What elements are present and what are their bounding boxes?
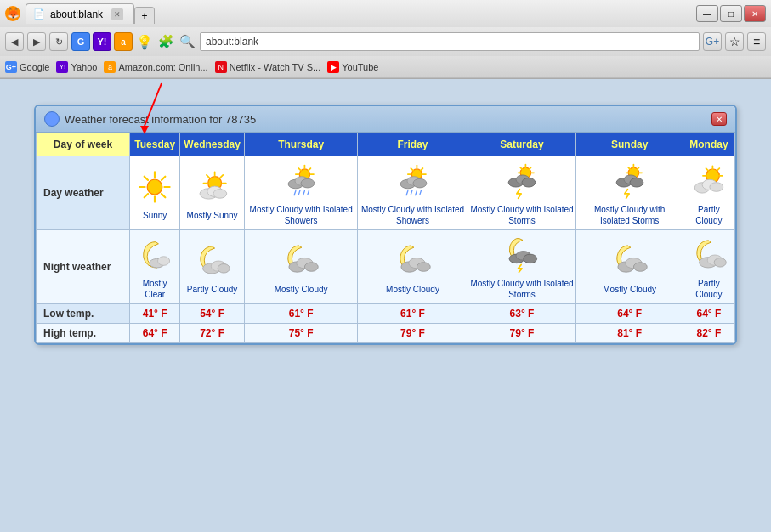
table-header-row: Day of week Tuesday Wednesday Thursday F…: [37, 133, 735, 156]
wednesday-night-cell: Partly Cloudy: [180, 230, 244, 304]
bookmark-yahoo[interactable]: Y! Yahoo: [56, 61, 97, 73]
day-weather-row: Day weather: [37, 156, 735, 230]
svg-point-82: [305, 262, 319, 271]
address-text: about:blank: [206, 36, 258, 48]
bookmark-amazon[interactable]: a Amazon.com: Onlin...: [104, 61, 207, 73]
thursday-day-cell: Mostly Cloudy with Isolated Showers: [244, 156, 358, 230]
thursday-header: Thursday: [244, 133, 358, 156]
reload-button[interactable]: ↻: [49, 32, 68, 51]
sunday-high: 81° F: [576, 324, 683, 343]
svg-line-44: [406, 190, 408, 195]
puzzle-icon[interactable]: 🧩: [156, 32, 175, 51]
address-bar[interactable]: about:blank: [200, 32, 700, 51]
sunday-header: Sunday: [576, 133, 683, 156]
svg-line-45: [411, 190, 412, 195]
sunday-low: 64° F: [576, 304, 683, 324]
netflix-bookmark-icon: N: [215, 61, 227, 73]
minimize-button[interactable]: —: [696, 5, 718, 22]
svg-line-40: [420, 168, 422, 171]
google-bookmark-icon: G+: [5, 61, 17, 73]
widget-title-text: Weather forecast information for 78735: [65, 113, 256, 126]
friday-night-cell: Mostly Cloudy: [358, 230, 468, 304]
title-bar: 🦊 📄 about:blank ✕ + — □ ✕: [0, 0, 771, 27]
weather-widget: Weather forecast information for 78735 ✕…: [34, 105, 737, 345]
widget-close-button[interactable]: ✕: [711, 112, 727, 126]
night-weather-row: Night weather Mostly Clear: [37, 230, 735, 304]
lightbulb-icon[interactable]: 💡: [135, 32, 154, 51]
bookmark-netflix[interactable]: N Netflix - Watch TV S...: [215, 61, 321, 73]
forward-button[interactable]: ▶: [27, 32, 46, 51]
account-button[interactable]: G+: [703, 32, 722, 51]
close-button[interactable]: ✕: [744, 5, 766, 22]
svg-line-33: [303, 190, 305, 195]
tab-label: about:blank: [50, 8, 103, 20]
svg-point-85: [417, 262, 430, 271]
friday-night-desc: Mostly Cloudy: [360, 284, 465, 295]
svg-line-8: [162, 193, 165, 196]
svg-point-30: [301, 178, 315, 188]
zoom-icon[interactable]: 🔍: [178, 32, 196, 51]
svg-point-88: [524, 254, 537, 263]
high-temp-label: High temp.: [37, 324, 130, 343]
svg-line-46: [415, 190, 417, 195]
svg-line-71: [717, 168, 720, 171]
thursday-day-desc: Mostly Cloudy with Isolated Showers: [247, 204, 356, 226]
high-temp-row: High temp. 64° F 72° F 75° F 79° F 79° F…: [37, 324, 735, 343]
svg-point-74: [710, 183, 723, 192]
sunday-night-desc: Mostly Cloudy: [578, 284, 680, 295]
weather-table: Day of week Tuesday Wednesday Thursday F…: [36, 133, 735, 343]
wednesday-night-icon-area: [182, 240, 241, 282]
yahoo-icon[interactable]: Y!: [93, 32, 111, 51]
svg-point-91: [633, 262, 647, 271]
svg-line-18: [219, 174, 223, 178]
youtube-bookmark-icon: ▶: [327, 61, 339, 73]
storm-icon: [503, 162, 541, 200]
moon-cloudy-icon-2: [394, 242, 432, 280]
tuesday-low: 41° F: [130, 304, 180, 324]
new-tab-button[interactable]: +: [134, 7, 155, 24]
svg-line-61: [628, 167, 631, 170]
amazon-icon[interactable]: a: [114, 32, 133, 51]
bookmark-google[interactable]: G+ Google: [5, 61, 49, 73]
google-icon[interactable]: G: [71, 32, 90, 51]
toolbar-icons: G Y! a 💡 🧩 🔍: [71, 32, 196, 51]
window-controls: — □ ✕: [696, 5, 766, 22]
bookmark-youtube-label: YouTube: [342, 62, 378, 72]
friday-header: Friday: [358, 133, 468, 156]
night-weather-label: Night weather: [37, 230, 130, 304]
saturday-day-cell: Mostly Cloudy with Isolated Storms: [468, 156, 576, 230]
browser-tab[interactable]: 📄 about:blank ✕: [26, 3, 134, 24]
monday-night-cell: Partly Cloudy: [683, 230, 734, 304]
moon-partly-icon-2: [690, 236, 728, 274]
rain-cloud-icon: [282, 162, 320, 200]
svg-line-39: [411, 168, 413, 171]
tuesday-night-icon-area: [132, 234, 178, 276]
saturday-day-icon-area: [470, 160, 575, 202]
partly-cloudy-icon: [690, 162, 728, 200]
svg-line-26: [299, 168, 302, 171]
bookmark-netflix-label: Netflix - Watch TV S...: [230, 62, 321, 72]
monday-high: 82° F: [683, 324, 734, 343]
monday-day-icon-area: [685, 160, 733, 202]
low-temp-row: Low temp. 41° F 54° F 61° F 61° F 63° F …: [37, 304, 735, 324]
maximize-button[interactable]: □: [720, 5, 742, 22]
tuesday-day-desc: Sunny: [132, 210, 178, 221]
low-temp-label: Low temp.: [37, 304, 130, 324]
saturday-header: Saturday: [468, 133, 576, 156]
svg-point-76: [158, 257, 170, 266]
svg-point-79: [218, 263, 230, 273]
svg-line-70: [706, 168, 708, 171]
svg-point-43: [413, 178, 427, 188]
svg-point-2: [147, 179, 162, 195]
menu-button[interactable]: ≡: [747, 32, 766, 51]
browser-logo-icon: 🦊: [5, 6, 20, 21]
tuesday-day-icon-area: [132, 166, 178, 208]
thursday-low: 61° F: [244, 304, 358, 324]
tab-close-button[interactable]: ✕: [111, 8, 123, 20]
bookmark-star-icon[interactable]: ☆: [725, 32, 744, 51]
bookmark-youtube[interactable]: ▶ YouTube: [327, 61, 378, 73]
back-button[interactable]: ◀: [5, 32, 24, 51]
wednesday-day-cell: Mostly Sunny: [180, 156, 244, 230]
day-of-week-header: Day of week: [37, 133, 130, 156]
monday-header: Monday: [683, 133, 734, 156]
